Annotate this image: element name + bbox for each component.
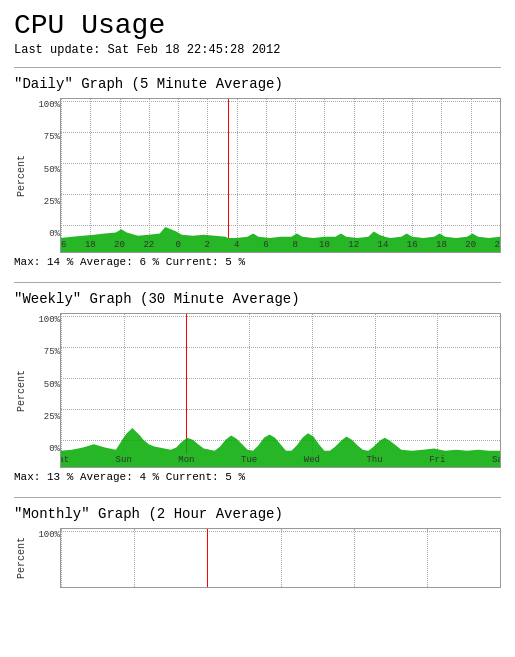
weekly-stats: Max: 13 % Average: 4 % Current: 5 % (14, 471, 501, 483)
daily-y-label: Percent (14, 98, 30, 253)
daily-chart-svg (61, 99, 500, 252)
divider-top (14, 67, 501, 68)
daily-chart-area: 16 18 20 22 0 2 4 6 8 10 12 14 16 18 20 … (60, 98, 501, 253)
daily-graph-container: Percent 100% 75% 50% 25% 0% (14, 98, 501, 253)
divider-monthly (14, 497, 501, 498)
monthly-y-label: Percent (14, 528, 30, 588)
weekly-y-label: Percent (14, 313, 30, 468)
daily-x-labels: 16 18 20 22 0 2 4 6 8 10 12 14 16 18 20 … (61, 238, 500, 252)
weekly-graph-title: "Weekly" Graph (30 Minute Average) (14, 291, 501, 307)
weekly-y-ticks: 100% 75% 50% 25% 0% (30, 313, 60, 468)
divider-weekly (14, 282, 501, 283)
monthly-graph-title: "Monthly" Graph (2 Hour Average) (14, 506, 501, 522)
weekly-chart-svg (61, 314, 500, 467)
monthly-y-ticks: 100% (30, 528, 60, 588)
last-update: Last update: Sat Feb 18 22:45:28 2012 (14, 43, 501, 57)
monthly-red-line (207, 529, 208, 587)
monthly-chart-area (60, 528, 501, 588)
monthly-graph-container: Percent 100% (14, 528, 501, 588)
page-title: CPU Usage (14, 10, 501, 41)
monthly-graph-section: "Monthly" Graph (2 Hour Average) Percent… (14, 506, 501, 588)
daily-stats: Max: 14 % Average: 6 % Current: 5 % (14, 256, 501, 268)
daily-graph-title: "Daily" Graph (5 Minute Average) (14, 76, 501, 92)
weekly-graph-section: "Weekly" Graph (30 Minute Average) Perce… (14, 291, 501, 483)
daily-graph-section: "Daily" Graph (5 Minute Average) Percent… (14, 76, 501, 268)
weekly-chart-area: Sat Sun Mon Tue Wed Thu Fri Sat (60, 313, 501, 468)
weekly-graph-container: Percent 100% 75% 50% 25% 0% (14, 313, 501, 468)
daily-y-ticks: 100% 75% 50% 25% 0% (30, 98, 60, 253)
weekly-x-labels: Sat Sun Mon Tue Wed Thu Fri Sat (61, 453, 500, 467)
